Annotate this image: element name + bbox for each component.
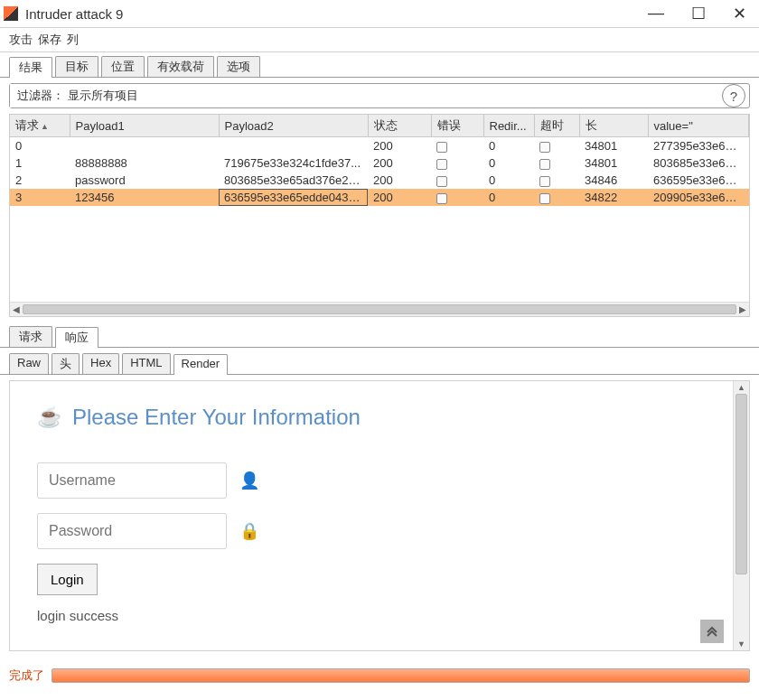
scroll-down-icon[interactable]: ▼ [734, 638, 749, 650]
col-length[interactable]: 长 [579, 115, 648, 137]
col-timeout[interactable]: 超时 [534, 115, 579, 137]
table-cell [431, 154, 483, 172]
table-cell [534, 137, 579, 155]
main-tab-row: 结果 目标 位置 有效载荷 选项 [0, 52, 759, 78]
tab-html[interactable]: HTML [122, 353, 170, 374]
results-table[interactable]: 请求▲ Payload1 Payload2 状态 错误 Redir... 超时 … [10, 115, 749, 206]
minimize-icon[interactable]: — [648, 4, 664, 23]
help-icon[interactable]: ? [722, 84, 745, 107]
table-cell [70, 137, 219, 155]
scroll-left-icon[interactable]: ◀ [10, 303, 23, 316]
checkbox-icon [436, 159, 447, 170]
table-cell: 2 [10, 172, 70, 189]
table-cell: 277395e33e656c94... [648, 137, 749, 155]
table-cell [219, 137, 368, 155]
table-cell [534, 172, 579, 189]
table-cell: 803685e33e65ad37... [648, 154, 749, 172]
user-icon: 👤 [239, 471, 259, 490]
maximize-icon[interactable]: ☐ [691, 4, 706, 23]
table-row[interactable]: 188888888719675e33e324c1fde37...20003480… [10, 154, 749, 172]
tab-headers[interactable]: 头 [52, 353, 80, 374]
table-cell: 0 [483, 137, 534, 155]
table-cell: 34801 [579, 137, 648, 155]
scrollbar-thumb[interactable] [736, 394, 747, 574]
menu-attack[interactable]: 攻击 [9, 32, 33, 48]
menu-columns[interactable]: 列 [67, 32, 79, 48]
table-header-row: 请求▲ Payload1 Payload2 状态 错误 Redir... 超时 … [10, 115, 749, 137]
app-icon [4, 6, 18, 21]
col-status[interactable]: 状态 [368, 115, 431, 137]
col-redir[interactable]: Redir... [483, 115, 534, 137]
table-cell: 34822 [579, 189, 648, 206]
password-row: 🔒 [37, 513, 706, 549]
table-cell [431, 172, 483, 189]
menu-save[interactable]: 保存 [38, 32, 61, 48]
scrollbar-thumb[interactable] [23, 304, 736, 314]
filter-bar[interactable]: 过滤器： 显示所有项目 ? [9, 83, 750, 108]
table-cell: 200 [368, 137, 431, 155]
window-controls: — ☐ ✕ [648, 4, 755, 23]
password-input[interactable] [37, 513, 227, 549]
checkbox-icon [539, 142, 550, 153]
table-cell: 803685e33e65ad376e23... [219, 172, 368, 189]
table-cell: 0 [483, 154, 534, 172]
menu-bar: 攻击 保存 列 [0, 27, 759, 52]
table-row[interactable]: 0200034801277395e33e656c94... [10, 137, 749, 155]
tab-positions[interactable]: 位置 [101, 56, 145, 77]
request-response-tab-row: 请求 响应 [0, 317, 759, 348]
table-cell: 3 [10, 189, 70, 206]
table-cell: 719675e33e324c1fde37... [219, 154, 368, 172]
table-cell: 200 [368, 172, 431, 189]
render-heading-text: Please Enter Your Information [72, 405, 361, 430]
table-cell: 34846 [579, 172, 648, 189]
sort-ascending-icon: ▲ [41, 122, 49, 131]
tab-hex[interactable]: Hex [82, 353, 119, 374]
checkbox-icon [436, 176, 447, 187]
table-row[interactable]: 3123456636595e33e65edde0437...2000348222… [10, 189, 749, 206]
tab-payloads[interactable]: 有效载荷 [147, 56, 214, 77]
col-error[interactable]: 错误 [431, 115, 483, 137]
window-title: Intruder attack 9 [25, 6, 648, 22]
render-content: ☕ Please Enter Your Information 👤 🔒 Logi… [10, 381, 733, 650]
checkbox-icon [539, 159, 550, 170]
tab-results[interactable]: 结果 [9, 57, 52, 78]
tab-response[interactable]: 响应 [55, 327, 98, 348]
render-pane: ☕ Please Enter Your Information 👤 🔒 Logi… [9, 380, 750, 651]
results-table-wrap: 请求▲ Payload1 Payload2 状态 错误 Redir... 超时 … [9, 114, 750, 317]
table-cell [534, 189, 579, 206]
checkbox-icon [539, 176, 550, 187]
table-cell [431, 189, 483, 206]
checkbox-icon [436, 193, 447, 204]
status-text: 完成了 [9, 667, 44, 684]
username-row: 👤 [37, 462, 706, 499]
table-cell: 34801 [579, 154, 648, 172]
table-cell: 200 [368, 189, 431, 206]
vertical-scrollbar[interactable]: ▲ ▼ [733, 381, 749, 650]
table-cell [534, 154, 579, 172]
col-payload2[interactable]: Payload2 [219, 115, 368, 137]
close-icon[interactable]: ✕ [733, 4, 746, 23]
scroll-right-icon[interactable]: ▶ [736, 303, 749, 316]
table-row[interactable]: 2password803685e33e65ad376e23...20003484… [10, 172, 749, 189]
table-cell: 636595e33e65edde0437... [219, 189, 368, 206]
col-value[interactable]: value=" [648, 115, 749, 137]
tab-options[interactable]: 选项 [217, 56, 260, 77]
table-cell [431, 137, 483, 155]
col-payload1[interactable]: Payload1 [70, 115, 219, 137]
table-cell: 200 [368, 154, 431, 172]
tab-target[interactable]: 目标 [55, 56, 98, 77]
checkbox-icon [436, 142, 447, 153]
scroll-up-icon[interactable]: ▲ [734, 381, 749, 394]
login-button[interactable]: Login [37, 564, 98, 595]
tab-raw[interactable]: Raw [9, 353, 49, 374]
col-request[interactable]: 请求▲ [10, 115, 70, 137]
login-message: login success [37, 608, 706, 623]
tab-request[interactable]: 请求 [9, 326, 52, 347]
table-cell: 1 [10, 154, 70, 172]
scroll-to-top-button[interactable] [700, 620, 724, 643]
horizontal-scrollbar[interactable]: ◀ ▶ [10, 302, 749, 316]
username-input[interactable] [37, 462, 227, 499]
view-tab-row: Raw 头 Hex HTML Render [0, 348, 759, 375]
lock-icon: 🔒 [239, 521, 259, 541]
tab-render[interactable]: Render [173, 354, 229, 375]
